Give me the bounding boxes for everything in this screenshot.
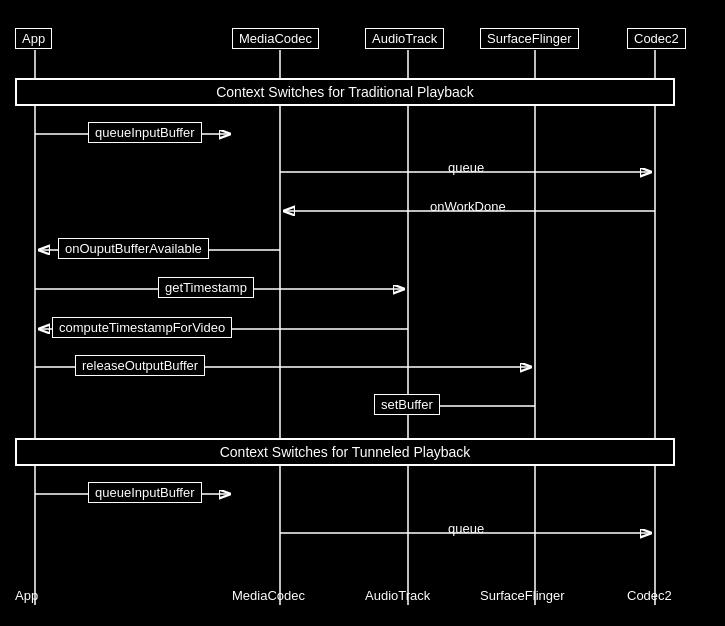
audiotrack-label-bottom: AudioTrack <box>365 588 430 603</box>
app-label-bottom: App <box>15 588 38 603</box>
queueInputBuffer-2-label: queueInputBuffer <box>88 482 202 503</box>
mediacodec-label-top: MediaCodec <box>232 28 319 49</box>
onWorkDone-label: onWorkDone <box>430 199 506 214</box>
computeTimestampForVideo-label: computeTimestampForVideo <box>52 317 232 338</box>
surfaceflinger-label-bottom: SurfaceFlinger <box>480 588 565 603</box>
surfaceflinger-label-top: SurfaceFlinger <box>480 28 579 49</box>
getTimestamp-label: getTimestamp <box>158 277 254 298</box>
tunneled-section-bar: Context Switches for Tunneled Playback <box>15 438 675 466</box>
codec2-label-top: Codec2 <box>627 28 686 49</box>
queue-1-label: queue <box>448 160 484 175</box>
app-label-top: App <box>15 28 52 49</box>
queueInputBuffer-1-label: queueInputBuffer <box>88 122 202 143</box>
setBuffer-label: setBuffer <box>374 394 440 415</box>
mediacodec-label-bottom: MediaCodec <box>232 588 305 603</box>
codec2-label-bottom: Codec2 <box>627 588 672 603</box>
onOuputBufferAvailable-label: onOuputBufferAvailable <box>58 238 209 259</box>
diagram: App MediaCodec AudioTrack SurfaceFlinger… <box>0 0 725 626</box>
queue-2-label: queue <box>448 521 484 536</box>
releaseOutputBuffer-label: releaseOutputBuffer <box>75 355 205 376</box>
audiotrack-label-top: AudioTrack <box>365 28 444 49</box>
traditional-section-bar: Context Switches for Traditional Playbac… <box>15 78 675 106</box>
